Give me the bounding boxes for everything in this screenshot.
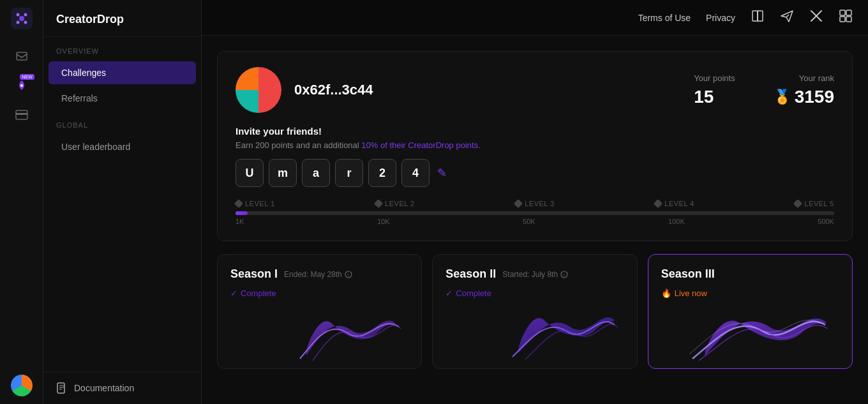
- svg-point-3: [16, 21, 19, 24]
- twitter-icon[interactable]: [809, 9, 823, 26]
- inbox-icon[interactable]: [13, 47, 31, 65]
- points-label: Your points: [694, 73, 735, 83]
- svg-point-1: [16, 13, 19, 17]
- app-logo[interactable]: [11, 8, 33, 29]
- svg-text:i: i: [348, 273, 349, 277]
- level-2-label: LEVEL 2: [375, 200, 415, 207]
- svg-text:i: i: [564, 273, 565, 277]
- milestone-1k: 1K: [236, 218, 244, 225]
- level-1-label: LEVEL 1: [236, 200, 275, 207]
- points-stat: Your points 15: [694, 73, 735, 107]
- user-avatar[interactable]: [11, 375, 33, 396]
- fire-icon: 🔥: [661, 288, 671, 298]
- svg-point-4: [24, 21, 27, 24]
- level-3-label: LEVEL 3: [515, 200, 555, 207]
- level-4-label: LEVEL 4: [655, 200, 694, 207]
- code-char-3: r: [335, 159, 363, 187]
- svg-rect-5: [17, 52, 27, 60]
- sidebar-item-leaderboard[interactable]: User leaderboard: [49, 135, 196, 158]
- invite-title: Invite your friends!: [236, 126, 834, 137]
- season-3-visual: [661, 298, 839, 362]
- profile-stats: Your points 15 Your rank 🏅 3159: [694, 73, 834, 107]
- rank-label: Your rank: [774, 73, 834, 83]
- season-2-status: ✓ Complete: [445, 288, 624, 298]
- season-1-header: Season I Ended: May 28th i: [230, 267, 408, 281]
- sidebar-item-referrals[interactable]: Referrals: [49, 87, 196, 110]
- svg-point-6: [20, 84, 23, 87]
- level-2-dot: [374, 199, 383, 208]
- season-1-visual: [230, 298, 408, 362]
- invite-code: U m a r 2 4 ✎: [236, 159, 834, 187]
- svg-point-0: [19, 16, 24, 21]
- level-progress: LEVEL 1 LEVEL 2 LEVEL 3 LEVEL 4: [236, 200, 834, 225]
- profile-left: 0x62f...3c44: [236, 67, 373, 113]
- icon-bar: [0, 0, 43, 404]
- profile-top: 0x62f...3c44 Your points 15 Your rank 🏅 …: [236, 67, 834, 113]
- season-1-card[interactable]: Season I Ended: May 28th i ✓ Complete: [217, 254, 422, 369]
- terms-link[interactable]: Terms of Use: [638, 13, 691, 23]
- level-1-dot: [234, 199, 243, 208]
- season-2-header: Season II Started: July 8th i: [445, 267, 624, 281]
- svg-point-2: [24, 13, 27, 17]
- sidebar-item-challenges[interactable]: Challenges: [49, 61, 196, 84]
- app-title: CreatorDrop: [43, 0, 201, 37]
- sidebar: CreatorDrop OVERVIEW Challenges Referral…: [43, 0, 202, 404]
- profile-card: 0x62f...3c44 Your points 15 Your rank 🏅 …: [217, 51, 853, 241]
- level-4-dot: [654, 199, 662, 208]
- profile-address: 0x62f...3c44: [294, 82, 373, 98]
- edit-code-icon[interactable]: ✎: [437, 166, 447, 180]
- rank-stat: Your rank 🏅 3159: [774, 73, 834, 107]
- rank-value: 🏅 3159: [774, 87, 834, 107]
- svg-rect-12: [846, 10, 851, 15]
- season-2-meta: Started: July 8th i: [502, 270, 568, 279]
- season-2-title: Season II: [445, 267, 496, 281]
- points-value: 15: [694, 87, 735, 107]
- season-3-header: Season III: [661, 267, 839, 281]
- season-2-graphic: [509, 298, 624, 362]
- info-icon: i: [345, 271, 352, 278]
- checkmark-icon-2: ✓: [445, 288, 453, 298]
- season-1-graphic: [294, 298, 408, 362]
- grid-icon[interactable]: [839, 9, 853, 26]
- milestone-50k: 50K: [523, 218, 535, 225]
- svg-rect-14: [846, 17, 851, 22]
- season-2-card[interactable]: Season II Started: July 8th i ✓ Complete: [432, 254, 637, 369]
- documentation-link[interactable]: Documentation: [43, 371, 201, 404]
- season-1-status: ✓ Complete: [230, 288, 408, 298]
- svg-rect-13: [840, 17, 845, 22]
- content-area: 0x62f...3c44 Your points 15 Your rank 🏅 …: [202, 36, 868, 404]
- code-char-1: m: [269, 159, 297, 187]
- book-icon[interactable]: [751, 9, 765, 26]
- telegram-icon[interactable]: [780, 9, 794, 26]
- card-icon[interactable]: [13, 106, 31, 124]
- rank-icon: 🏅: [774, 89, 791, 105]
- season-3-graphic: [686, 298, 839, 362]
- season-3-card[interactable]: Season III 🔥 Live now: [648, 254, 853, 369]
- milestone-500k: 500K: [818, 218, 834, 225]
- progress-track: [236, 211, 834, 215]
- docs-icon: [56, 382, 68, 394]
- code-char-0: U: [236, 159, 264, 187]
- topnav: Terms of Use Privacy: [202, 0, 868, 36]
- level-labels: LEVEL 1 LEVEL 2 LEVEL 3 LEVEL 4: [236, 200, 834, 207]
- privacy-link[interactable]: Privacy: [706, 13, 735, 23]
- svg-rect-8: [16, 113, 27, 115]
- level-5-dot: [793, 199, 802, 208]
- overview-section-label: OVERVIEW: [43, 37, 201, 60]
- code-char-2: a: [302, 159, 330, 187]
- checkmark-icon: ✓: [230, 288, 237, 298]
- code-char-5: 4: [401, 159, 430, 187]
- svg-rect-11: [840, 10, 845, 15]
- svg-rect-9: [57, 383, 64, 393]
- level-milestones: 1K 10K 50K 100K 500K: [236, 218, 834, 225]
- season-3-title: Season III: [661, 267, 715, 281]
- main-content: Terms of Use Privacy: [202, 0, 868, 404]
- progress-fill: [236, 211, 248, 215]
- info-icon-2: i: [560, 271, 568, 278]
- level-5-label: LEVEL 5: [795, 200, 834, 207]
- rocket-icon[interactable]: [13, 77, 31, 94]
- season-1-title: Season I: [230, 267, 278, 281]
- invite-desc: Earn 200 points and an additional 10% of…: [236, 140, 834, 150]
- code-char-4: 2: [368, 159, 396, 187]
- profile-avatar: [236, 67, 281, 113]
